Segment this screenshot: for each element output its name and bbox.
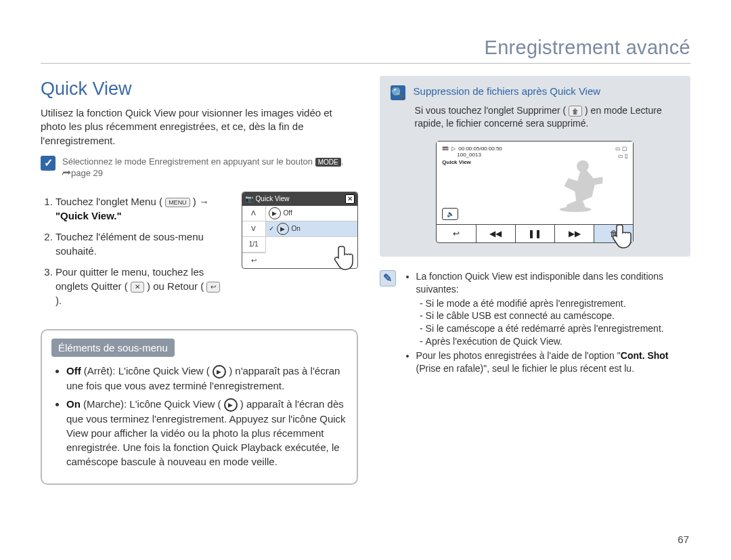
quickview-on-icon: ▶ xyxy=(224,398,238,412)
note-1d: Après l'exécution de Quick View. xyxy=(426,335,690,348)
submenu-tab: Éléments de sous-menu xyxy=(51,339,175,357)
ui-close-icon: ✕ xyxy=(345,194,355,204)
page-counter: 1/1 xyxy=(242,237,265,253)
left-column: Quick View Utilisez la fonction Quick Vi… xyxy=(41,76,358,485)
nav-down-icon: ᐯ xyxy=(242,221,265,237)
quickview-off-icon: ▶ xyxy=(213,365,226,379)
skateboard-silhouette-icon xyxy=(553,155,613,215)
menu-button-icon: MENU xyxy=(165,198,190,207)
player-forward-icon: ▶▶ xyxy=(555,225,594,242)
return-icon: ↩ xyxy=(206,282,220,293)
submenu-item-off: Off (Arrêt): L'icône Quick View ( ▶ ) n'… xyxy=(66,364,347,393)
note-box: ✎ La fonction Quick View est indisponibl… xyxy=(380,270,690,375)
intro-text: Utilisez la fonction Quick View pour vis… xyxy=(41,106,358,148)
ui-title: Quick View xyxy=(256,195,290,202)
step-1: Touchez l'onglet Menu ( MENU ) → "Quick … xyxy=(56,194,229,223)
page-header: Enregistrement avancé xyxy=(41,37,690,64)
close-icon: ✕ xyxy=(131,282,144,293)
playback-mock: 📼 ▷ 00:00:05/00:00:50 100_0013 Quick Vie… xyxy=(436,141,634,243)
media-icon: 📼 xyxy=(442,146,449,152)
trash-icon: 🗑 xyxy=(569,106,582,116)
player-pause-icon: ❚❚ xyxy=(516,225,555,242)
player-top-left: 📼 ▷ 00:00:05/00:00:50 xyxy=(442,146,627,152)
note-1a: Si le mode a été modifié après l'enregis… xyxy=(426,297,690,310)
player-rewind-icon: ◀◀ xyxy=(477,225,516,242)
hand-pointer-icon xyxy=(608,221,640,252)
mode-tip-text: Sélectionnez le mode Enregistrement en a… xyxy=(62,156,358,179)
delete-tip-text: Si vous touchez l'onglet Supprimer ( 🗑 )… xyxy=(391,104,680,130)
note-2: Pour les photos enregistrées à l'aide de… xyxy=(416,349,690,375)
check-icon: ✓ xyxy=(41,156,56,171)
step-3: Pour quitter le menu, touchez les onglet… xyxy=(56,265,229,307)
battery-icon: ▭ ▯ xyxy=(618,153,627,159)
volume-icon: 🔈 xyxy=(442,208,458,220)
right-column: 🔍 Suppression de fichiers après Quick Vi… xyxy=(380,76,690,485)
note-1c: Si le caméscope a été redémarré après l'… xyxy=(426,322,690,335)
player-back-icon: ↩ xyxy=(437,225,476,242)
mode-badge: MODE xyxy=(315,158,341,167)
quick-view-menu-mock: 📷Quick View ✕ ᐱ ᐯ 1/1 ▶Off ✓▶On xyxy=(242,192,358,269)
camera-icon: 📷 xyxy=(245,195,253,202)
delete-tip-title: Suppression de fichiers après Quick View xyxy=(414,85,601,97)
note-1: La fonction Quick View est indisponible … xyxy=(416,270,690,348)
option-on: ✓▶On xyxy=(266,221,357,237)
svg-point-0 xyxy=(560,207,592,212)
note-1b: Si le câble USB est connecté au caméscop… xyxy=(426,309,690,322)
nav-up-icon: ᐱ xyxy=(242,206,265,221)
hand-pointer-icon xyxy=(330,242,361,274)
player-time: 00:00:05/00:00:50 xyxy=(458,146,502,152)
delete-tip-box: 🔍 Suppression de fichiers après Quick Vi… xyxy=(380,76,690,257)
page-number: 67 xyxy=(678,534,689,545)
option-off: ▶Off xyxy=(266,206,357,221)
page-title: Enregistrement avancé xyxy=(41,37,690,59)
step-2: Touchez l'élément de sous-menu souhaité. xyxy=(56,230,229,258)
note-icon: ✎ xyxy=(380,270,396,286)
magnifier-icon: 🔍 xyxy=(391,85,405,100)
mode-tip: ✓ Sélectionnez le mode Enregistrement en… xyxy=(41,156,358,179)
submenu-panel: Éléments de sous-menu Off (Arrêt): L'icô… xyxy=(41,329,358,485)
ui-back-icon: ↩ xyxy=(242,253,265,268)
card-icon: ▭ ▢ xyxy=(615,146,627,152)
submenu-item-on: On (Marche): L'icône Quick View ( ▶ ) ap… xyxy=(66,397,347,469)
section-heading: Quick View xyxy=(41,79,358,100)
steps-list: Touchez l'onglet Menu ( MENU ) → "Quick … xyxy=(41,194,229,307)
